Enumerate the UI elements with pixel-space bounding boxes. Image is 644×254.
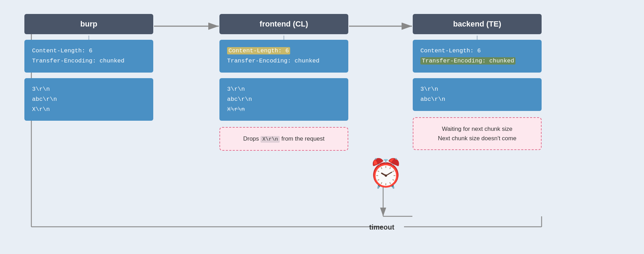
frontend-headers-box: Content-Length: 6 Transfer-Encoding: chu… (219, 40, 348, 73)
frontend-body-box: 3\r\n abc\r\n X\r\n (219, 78, 348, 121)
burp-header-line2: Transfer-Encoding: chunked (32, 56, 146, 66)
backend-header: backend (TE) (413, 14, 542, 34)
frontend-body-line2: abc\r\n (227, 95, 341, 105)
burp-header: burp (24, 14, 153, 34)
frontend-note-code: X\r\n (261, 136, 280, 143)
frontend-header-line2: Transfer-Encoding: chunked (227, 56, 341, 66)
content-length-highlight: Content-Length: 6 (227, 47, 290, 54)
burp-body-line2: abc\r\n (32, 95, 146, 105)
diagram: burp Content-Length: 6 Transfer-Encoding… (0, 0, 644, 254)
timeout-label: timeout (369, 223, 394, 231)
backend-headers-box: Content-Length: 6 Transfer-Encoding: chu… (413, 40, 542, 73)
frontend-header: frontend (CL) (219, 14, 348, 34)
burp-body-line3: X\r\n (32, 105, 146, 115)
burp-header-line1: Content-Length: 6 (32, 46, 146, 56)
col-frontend: frontend (CL) Content-Length: 6 Transfer… (219, 0, 348, 151)
col-burp: burp Content-Length: 6 Transfer-Encoding… (24, 0, 153, 121)
frontend-body-line3: X\r\n (227, 105, 341, 115)
frontend-note: Drops X\r\n from the request (219, 127, 348, 151)
frontend-body-line1: 3\r\n (227, 84, 341, 95)
backend-body-line1: 3\r\n (420, 84, 534, 95)
backend-note: Waiting for next chunk sizeNext chunk si… (413, 117, 542, 150)
burp-headers-box: Content-Length: 6 Transfer-Encoding: chu… (24, 40, 153, 73)
backend-header-line2: Transfer-Encoding: chunked (420, 56, 534, 66)
te-highlight: Transfer-Encoding: chunked (420, 57, 515, 65)
clock-icon: ⏰ (368, 157, 403, 191)
frontend-header-line1: Content-Length: 6 (227, 46, 341, 56)
burp-body-line1: 3\r\n (32, 84, 146, 95)
burp-body-box: 3\r\n abc\r\n X\r\n (24, 78, 153, 121)
backend-body-line2: abc\r\n (420, 95, 534, 105)
backend-body-box: 3\r\n abc\r\n (413, 78, 542, 111)
col-backend: backend (TE) Content-Length: 6 Transfer-… (413, 0, 542, 150)
backend-header-line1: Content-Length: 6 (420, 46, 534, 56)
